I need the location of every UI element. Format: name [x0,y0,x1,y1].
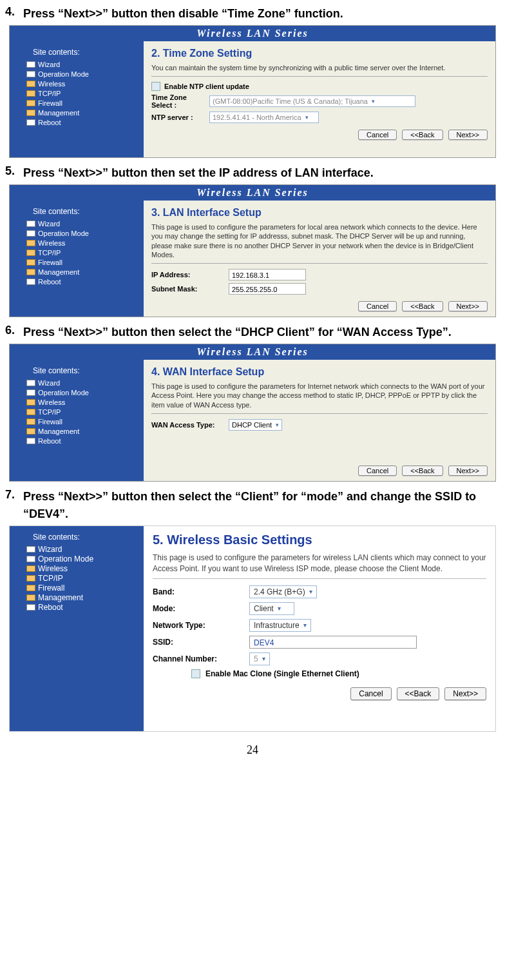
step-7: 7. Press “Next>>” button then select the… [5,488,500,523]
sidebar-item-tcpip[interactable]: TCP/IP [14,573,140,583]
step-5: 5. Press “Next>>” button then set the IP… [5,164,500,182]
sidebar-item-reboot[interactable]: Reboot [14,436,140,446]
screenshot-wan: Wireless LAN Series Site contents: Wizar… [9,344,496,482]
screenshot-lan: Wireless LAN Series Site contents: Wizar… [9,184,496,317]
ntp-enable-row: Enable NTP client update [151,82,488,91]
sidebar-item-wizard[interactable]: Wizard [14,59,140,69]
step-4-text: Press “Next>>” button then disable “Time… [23,5,500,23]
folder-icon [26,110,35,116]
ssid-input[interactable]: DEV4 [249,636,417,649]
chevron-down-icon: ▾ [278,605,281,612]
sidebar-item-tcpip[interactable]: TCP/IP [14,88,140,98]
sidebar-item-wireless[interactable]: Wireless [14,79,140,88]
panel-title: 5. Wireless Basic Settings [153,533,486,547]
folder-icon [26,399,35,406]
sidebar-item-wireless[interactable]: Wireless [14,564,140,573]
cancel-button[interactable]: Cancel [358,466,397,476]
folder-icon [26,409,35,415]
sidebar-item-opmode[interactable]: Operation Mode [14,387,140,397]
sidebar-item-wireless[interactable]: Wireless [14,238,140,248]
sidebar-item-firewall[interactable]: Firewall [14,416,140,426]
sidebar-item-opmode[interactable]: Operation Mode [14,228,140,238]
chevron-down-icon: ▾ [372,98,375,104]
sidebar-item-tcpip[interactable]: TCP/IP [14,248,140,257]
step-5-text: Press “Next>>” button then set the IP ad… [23,164,500,182]
sidebar-item-firewall[interactable]: Firewall [14,257,140,267]
sidebar-item-wireless[interactable]: Wireless [14,397,140,407]
panel-desc: This page is used to configure the param… [153,553,486,574]
band-select[interactable]: 2.4 GHz (B+G)▾ [249,585,317,598]
divider [153,578,486,579]
chan-select[interactable]: 5▾ [249,652,270,665]
folder-icon [26,575,35,582]
chevron-down-icon: ▾ [305,114,309,121]
folder-icon [26,269,35,275]
ntp-enable-label: Enable NTP client update [164,83,249,90]
document-icon [26,604,35,611]
step-7-text: Press “Next>>” button then select the “C… [23,488,500,523]
sidebar-item-tcpip[interactable]: TCP/IP [14,407,140,416]
folder-icon [26,418,35,425]
document-icon [26,546,35,553]
back-button[interactable]: <<Back [397,687,440,700]
folder-icon [26,428,35,435]
chevron-down-icon: ▾ [303,622,307,629]
window-titlebar: Wireless LAN Series [10,344,495,360]
sidebar-item-opmode[interactable]: Operation Mode [14,69,140,79]
sidebar-item-management[interactable]: Management [14,108,140,117]
sidebar-item-reboot[interactable]: Reboot [14,277,140,286]
sidebar-item-management[interactable]: Management [14,267,140,277]
chevron-down-icon: ▾ [262,655,265,662]
sidebar-title: Site contents: [14,48,140,57]
document-icon [26,380,35,386]
sidebar-item-reboot[interactable]: Reboot [14,117,140,127]
band-label: Band: [153,587,249,596]
screenshot-timezone: Wireless LAN Series Site contents: Wizar… [9,25,496,158]
cancel-button[interactable]: Cancel [350,687,391,700]
sidebar-item-wizard[interactable]: Wizard [14,544,140,554]
next-button[interactable]: Next>> [444,687,486,700]
document-icon [26,279,35,285]
sidebar-item-management[interactable]: Management [14,593,140,602]
sidebar-item-firewall[interactable]: Firewall [14,98,140,108]
sidebar-item-wizard[interactable]: Wizard [14,219,140,228]
cancel-button[interactable]: Cancel [358,130,397,140]
chan-label: Channel Number: [153,654,249,663]
panel-desc: This page is used to configure the param… [151,222,488,259]
button-row: Cancel <<Back Next>> [151,130,488,140]
sidebar-item-opmode[interactable]: Operation Mode [14,554,140,564]
ip-input[interactable]: 192.168.3.1 [229,269,306,280]
sidebar-item-reboot[interactable]: Reboot [14,602,140,612]
button-row: Cancel <<Back Next>> [151,301,488,311]
wan-select[interactable]: DHCP Client▾ [229,419,282,431]
ssid-label: SSID: [153,638,249,647]
tz-select[interactable]: (GMT-08:00)Pacific Time (US & Canada); T… [209,95,415,107]
ntp-server-select[interactable]: 192.5.41.41 - North America▾ [209,112,319,123]
step-5-num: 5. [5,164,23,182]
back-button[interactable]: <<Back [402,130,443,140]
folder-icon [26,81,35,87]
sidebar-item-wizard[interactable]: Wizard [14,378,140,387]
next-button[interactable]: Next>> [448,466,488,476]
mask-input[interactable]: 255.255.255.0 [229,283,306,295]
sidebar-item-firewall[interactable]: Firewall [14,583,140,593]
ntp-enable-checkbox[interactable] [151,82,160,91]
folder-icon [26,240,35,246]
next-button[interactable]: Next>> [448,130,488,140]
panel-desc: You can maintain the system time by sync… [151,63,488,72]
back-button[interactable]: <<Back [402,466,443,476]
sidebar-item-management[interactable]: Management [14,426,140,436]
sidebar-title: Site contents: [14,533,140,542]
mode-select[interactable]: Client▾ [249,602,294,615]
chevron-down-icon: ▾ [309,588,312,595]
macclone-checkbox[interactable] [191,669,200,678]
content-wan: 4. WAN Interface Setup This page is used… [144,360,495,481]
next-button[interactable]: Next>> [448,301,488,311]
divider [151,413,488,414]
step-4: 4. Press “Next>>” button then disable “T… [5,5,500,23]
wan-label: WAN Access Type: [151,421,229,429]
back-button[interactable]: <<Back [402,301,443,311]
panel-desc: This page is used to configure the param… [151,382,488,409]
nettype-select[interactable]: Infrastructure▾ [249,619,311,632]
cancel-button[interactable]: Cancel [358,301,397,311]
